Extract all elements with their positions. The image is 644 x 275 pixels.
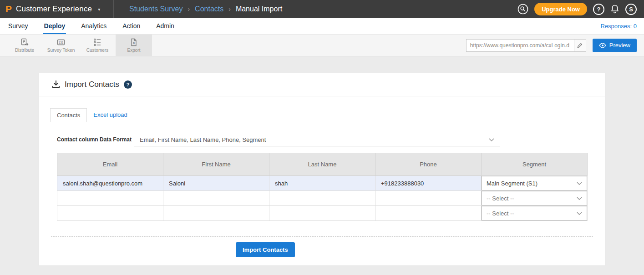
export-icon: X: [129, 38, 138, 47]
topbar-actions: Upgrade Now ? S: [517, 3, 644, 15]
toolbar-item-customers[interactable]: Customers: [79, 35, 116, 56]
chevron-down-icon: [577, 212, 582, 215]
table-cell: -- Select --: [482, 191, 588, 206]
caret-down-icon: ▾: [98, 7, 100, 12]
table-cell: [269, 206, 375, 221]
upgrade-now-button[interactable]: Upgrade Now: [534, 3, 587, 15]
table-cell: [163, 191, 269, 206]
survey-token-icon: 131: [56, 38, 66, 47]
tab-excel-upload[interactable]: Excel upload: [87, 108, 133, 122]
breadcrumb-separator-icon: ›: [228, 5, 231, 13]
column-header-last-name: Last Name: [269, 153, 375, 176]
import-contacts-card: Import Contacts ? Contacts Excel upload …: [39, 73, 605, 266]
table-cell: [375, 176, 482, 191]
breadcrumb-link-students-survey[interactable]: Students Survey: [129, 5, 183, 13]
toolbar-item-label: Export: [127, 48, 141, 53]
contact-row: -- Select --: [57, 191, 588, 206]
import-button-row: Import Contacts: [57, 242, 587, 257]
question-mark-icon: ?: [597, 6, 601, 13]
toolbar-actions: Preview: [466, 35, 644, 56]
eye-icon: [599, 43, 606, 48]
table-cell: Main Segment (S1): [482, 176, 588, 191]
deploy-toolbar: Distribute 131 Survey Token Customers X …: [0, 35, 644, 56]
breadcrumb-separator-icon: ›: [188, 5, 190, 13]
last-name-cell-input[interactable]: [269, 191, 375, 205]
segment-select-value: -- Select --: [487, 195, 514, 202]
contacts-table: Email First Name Last Name Phone Segment: [57, 153, 588, 221]
last-name-cell-input[interactable]: [269, 206, 375, 220]
table-cell: [375, 206, 482, 221]
last-name-cell-input[interactable]: [269, 176, 375, 190]
responses-count[interactable]: Responses: 0: [601, 18, 637, 34]
email-cell-input[interactable]: [57, 206, 163, 220]
phone-cell-input[interactable]: [375, 191, 481, 205]
toolbar-item-distribute[interactable]: Distribute: [6, 35, 43, 56]
format-select[interactable]: Email, First Name, Last Name, Phone, Seg…: [134, 133, 500, 146]
search-button[interactable]: [517, 4, 528, 15]
table-cell: [57, 191, 163, 206]
import-icon: [52, 80, 60, 89]
help-button[interactable]: ?: [593, 4, 604, 15]
table-cell: [375, 191, 482, 206]
breadcrumb-link-contacts[interactable]: Contacts: [195, 5, 223, 13]
toolbar-item-survey-token[interactable]: 131 Survey Token: [43, 35, 79, 56]
nav-tab-admin[interactable]: Admin: [155, 18, 175, 34]
bell-icon: [610, 4, 619, 14]
survey-url-input[interactable]: [467, 42, 574, 49]
column-header-segment: Segment: [482, 153, 588, 176]
table-cell: [269, 191, 375, 206]
svg-text:X: X: [133, 41, 135, 45]
nav-tab-deploy[interactable]: Deploy: [43, 18, 66, 34]
questionpro-logo: P: [5, 4, 12, 15]
pencil-icon: [577, 43, 583, 48]
segment-select[interactable]: -- Select --: [482, 191, 587, 205]
top-bar: P Customer Experience ▾ Students Survey …: [0, 0, 644, 18]
format-label: Contact column Data Format: [57, 136, 134, 143]
contact-row: Main Segment (S1): [57, 176, 588, 191]
contact-row: -- Select --: [57, 206, 588, 221]
user-avatar[interactable]: S: [625, 4, 637, 15]
nav-tab-survey[interactable]: Survey: [7, 18, 29, 34]
table-cell: [57, 176, 163, 191]
segment-select[interactable]: Main Segment (S1): [482, 176, 587, 190]
question-mark-icon: ?: [127, 82, 130, 87]
nav-tab-analytics[interactable]: Analytics: [80, 18, 107, 34]
preview-button[interactable]: Preview: [593, 39, 637, 52]
toolbar-item-label: Distribute: [15, 48, 34, 53]
breadcrumb: Students Survey › Contacts › Manual Impo…: [129, 5, 282, 13]
toolbar-item-label: Customers: [86, 48, 108, 53]
column-header-phone: Phone: [375, 153, 482, 176]
column-header-email: Email: [57, 153, 163, 176]
email-cell-input[interactable]: [57, 176, 163, 190]
table-cell: [163, 176, 269, 191]
email-cell-input[interactable]: [57, 191, 163, 205]
chevron-down-icon: [489, 138, 494, 141]
phone-cell-input[interactable]: [375, 176, 481, 190]
first-name-cell-input[interactable]: [163, 206, 269, 220]
card-body: Contacts Excel upload Contact column Dat…: [39, 108, 605, 265]
table-cell: [269, 176, 375, 191]
first-name-cell-input[interactable]: [163, 176, 269, 190]
product-switcher[interactable]: P Customer Experience ▾: [0, 0, 114, 18]
tab-contacts[interactable]: Contacts: [50, 108, 87, 122]
notifications-button[interactable]: [610, 4, 619, 14]
chevron-down-icon: [577, 197, 582, 200]
format-select-value: Email, First Name, Last Name, Phone, Seg…: [140, 136, 266, 143]
page-title: Import Contacts: [65, 80, 119, 89]
edit-url-button[interactable]: [574, 40, 586, 51]
product-name: Customer Experience: [16, 5, 92, 14]
survey-url-box: [466, 39, 586, 52]
customers-icon: [93, 38, 102, 47]
nav-tab-action[interactable]: Action: [122, 18, 141, 34]
segment-select[interactable]: -- Select --: [482, 206, 587, 220]
phone-cell-input[interactable]: [375, 206, 481, 220]
toolbar-item-label: Survey Token: [47, 48, 75, 53]
toolbar-item-export[interactable]: X Export: [116, 35, 152, 56]
breadcrumb-current: Manual Import: [236, 5, 282, 13]
svg-text:131: 131: [59, 41, 64, 44]
import-contacts-button[interactable]: Import Contacts: [236, 242, 295, 257]
help-icon[interactable]: ?: [124, 80, 132, 89]
first-name-cell-input[interactable]: [163, 191, 269, 205]
card-header: Import Contacts ?: [39, 73, 605, 96]
column-header-first-name: First Name: [163, 153, 269, 176]
